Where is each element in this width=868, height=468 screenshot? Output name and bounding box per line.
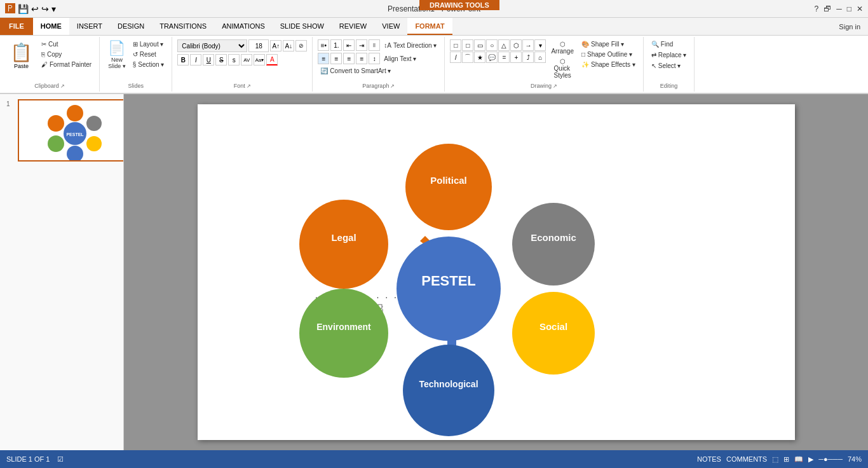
accessibility-icon[interactable]: ☑: [57, 455, 64, 464]
shape-line[interactable]: /: [450, 52, 461, 63]
justify-button[interactable]: ≡: [356, 53, 367, 64]
reading-view-icon[interactable]: 📖: [794, 455, 803, 464]
shape-bend[interactable]: ⤴: [522, 52, 534, 63]
align-text-button[interactable]: Align Text ▾: [381, 54, 419, 64]
editing-label[interactable]: Editing: [660, 83, 678, 90]
shadow-button[interactable]: s: [228, 54, 240, 65]
strikethrough-button[interactable]: S: [215, 54, 227, 65]
cut-button[interactable]: ✂ Cut: [39, 39, 94, 49]
arrange-button[interactable]: ⬡ Arrange: [550, 39, 575, 56]
convert-smartart-button[interactable]: 🔄 Convert to SmartArt ▾: [318, 66, 393, 76]
tab-review[interactable]: REVIEW: [332, 18, 374, 35]
redo-icon[interactable]: ↪: [41, 4, 49, 14]
char-spacing-button[interactable]: AV: [241, 54, 252, 65]
font-label[interactable]: Font ↗: [234, 83, 251, 90]
layout-button[interactable]: ⊞ Layout ▾: [130, 39, 167, 49]
section-icon: §: [133, 61, 137, 68]
shape-callout[interactable]: 💬: [486, 52, 498, 63]
shape-eq[interactable]: =: [498, 52, 510, 63]
tab-insert[interactable]: INSERT: [69, 18, 110, 35]
line-spacing-button[interactable]: ↕: [369, 53, 380, 64]
tab-slideshow[interactable]: SLIDE SHOW: [273, 18, 332, 35]
bullets-button[interactable]: ≡•: [318, 39, 329, 51]
drawing-label[interactable]: Drawing ↗: [531, 83, 557, 90]
tab-transitions[interactable]: TRANSITIONS: [152, 18, 214, 35]
help-icon[interactable]: ?: [815, 4, 819, 13]
font-size-decrease-button[interactable]: A↓: [283, 40, 294, 52]
align-right-button[interactable]: ≡: [343, 53, 355, 64]
quick-styles-button[interactable]: ⬡ QuickStyles: [550, 57, 575, 80]
font-size-increase-button[interactable]: A↑: [270, 40, 281, 52]
close-icon[interactable]: ✕: [857, 4, 863, 13]
shape-rect[interactable]: □: [450, 39, 461, 51]
save-icon[interactable]: 💾: [18, 4, 29, 14]
font-size-input[interactable]: [248, 39, 269, 52]
align-left-button[interactable]: ≡: [318, 53, 329, 64]
sign-in-link[interactable]: Sign in: [831, 23, 868, 31]
shape-oval[interactable]: ○: [486, 39, 498, 51]
underline-button[interactable]: U: [203, 54, 214, 65]
tab-view[interactable]: VIEW: [374, 18, 407, 35]
format-painter-button[interactable]: 🖌 Format Painter: [39, 60, 94, 69]
shape-rect2[interactable]: □: [462, 39, 473, 51]
slideshow-icon[interactable]: ▶: [808, 455, 813, 464]
italic-button[interactable]: I: [190, 54, 201, 65]
decrease-indent-button[interactable]: ⇤: [343, 39, 355, 51]
paragraph-expand-icon[interactable]: ↗: [390, 83, 395, 89]
shape-more[interactable]: ▾: [534, 39, 546, 51]
clipboard-label[interactable]: Clipboard ↗: [34, 83, 65, 90]
shape-curve[interactable]: ⌒: [462, 52, 473, 63]
comments-button[interactable]: COMMENTS: [726, 455, 767, 463]
shape-tri[interactable]: △: [498, 39, 510, 51]
text-direction-button[interactable]: ↕A Text Direction ▾: [381, 41, 439, 50]
clipboard-expand-icon[interactable]: ↗: [60, 83, 65, 89]
maximize-icon[interactable]: □: [847, 4, 851, 13]
change-case-button[interactable]: Aa▾: [254, 54, 265, 65]
clear-formatting-button[interactable]: ⊘: [295, 40, 307, 52]
columns-button[interactable]: ⫴: [369, 39, 380, 51]
shape-misc[interactable]: ⌂: [534, 52, 546, 63]
center-button[interactable]: ≡: [330, 53, 342, 64]
drawing-expand-icon[interactable]: ↗: [553, 83, 557, 89]
section-button[interactable]: § Section ▾: [130, 60, 167, 69]
copy-button[interactable]: ⎘ Copy: [39, 50, 94, 59]
shape-arrow[interactable]: →: [522, 39, 534, 51]
font-color-button[interactable]: A: [266, 54, 278, 65]
font-name-select[interactable]: Calibri (Body): [177, 39, 247, 52]
bold-button[interactable]: B: [177, 54, 189, 65]
find-button[interactable]: 🔍 Find: [649, 39, 675, 49]
shape-outline-button[interactable]: □ Shape Outline ▾: [579, 50, 638, 59]
slide-sorter-icon[interactable]: ⊞: [783, 455, 789, 464]
shape-effects-button[interactable]: ✨ Shape Effects ▾: [579, 60, 638, 69]
tab-file[interactable]: FILE: [0, 18, 33, 35]
minimize-icon[interactable]: ─: [836, 4, 842, 13]
tab-format[interactable]: FORMAT: [407, 18, 452, 35]
shape-star[interactable]: ★: [474, 52, 485, 63]
numbering-button[interactable]: 1.: [330, 39, 342, 51]
new-slide-button[interactable]: 📄 NewSlide ▾: [105, 39, 129, 71]
paragraph-label[interactable]: Paragraph ↗: [362, 83, 395, 90]
normal-view-icon[interactable]: ⬚: [772, 455, 778, 464]
notes-button[interactable]: NOTES: [697, 455, 721, 463]
shape-fill-button[interactable]: 🎨 Shape Fill ▾: [579, 39, 638, 49]
shape-plus[interactable]: +: [510, 52, 522, 63]
undo-icon[interactable]: ↩: [31, 4, 39, 14]
shape-para[interactable]: ⬡: [510, 39, 522, 51]
canvas-area[interactable]: · · · · · · · · · · · · · Pol: [124, 94, 868, 450]
tab-animations[interactable]: ANIMATIONS: [214, 18, 273, 35]
increase-indent-button[interactable]: ⇥: [356, 39, 367, 51]
font-expand-icon[interactable]: ↗: [247, 83, 251, 89]
paste-button[interactable]: 📋 Paste: [5, 39, 37, 72]
select-button[interactable]: ↖ Select ▾: [649, 61, 684, 71]
zoom-slider[interactable]: ─●───: [818, 455, 843, 463]
replace-button[interactable]: ⇄ Replace ▾: [649, 50, 689, 60]
restore-icon[interactable]: 🗗: [824, 4, 831, 13]
slides-label[interactable]: Slides: [128, 83, 144, 90]
shape-rounded[interactable]: ▭: [474, 39, 485, 51]
reset-button[interactable]: ↺ Reset: [130, 50, 167, 59]
customize-icon[interactable]: ▾: [51, 4, 56, 14]
slide-canvas[interactable]: · · · · · · · · · · · · · Pol: [198, 104, 795, 440]
slide-thumb-1[interactable]: PESTEL: [18, 99, 124, 162]
tab-home[interactable]: HOME: [33, 18, 69, 35]
tab-design[interactable]: DESIGN: [110, 18, 152, 35]
